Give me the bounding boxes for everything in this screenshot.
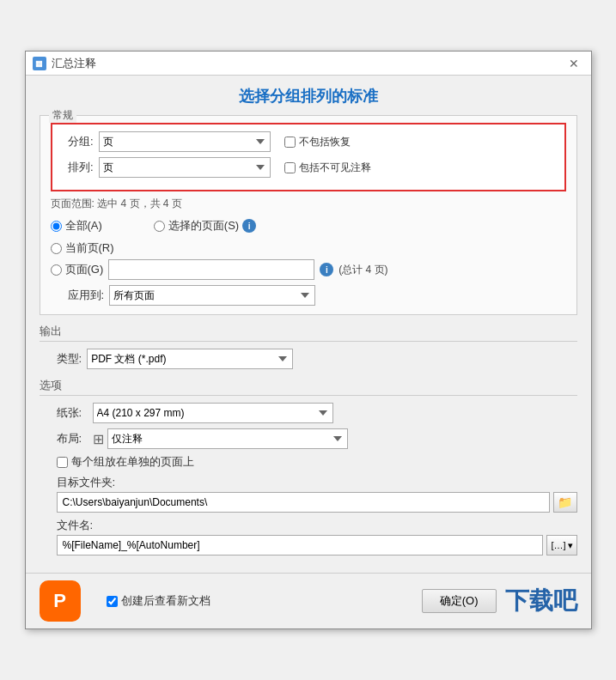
- no-recovery-text: 不包括恢复: [299, 135, 351, 149]
- filename-options-button[interactable]: […] ▾: [546, 535, 576, 556]
- filename-btn-arrow: ▾: [568, 540, 573, 551]
- page-range-label: 页面范围: 选中 4 页，共 4 页: [51, 197, 566, 211]
- sort-by-label: 排列:: [63, 160, 94, 175]
- each-group-text: 每个组放在单独的页面上: [71, 454, 194, 470]
- pages-radio-label[interactable]: 页面(G): [51, 262, 104, 277]
- layout-icon: ⊞: [93, 431, 104, 447]
- all-label: 全部(A): [65, 218, 102, 234]
- group-sort-box: 分组: 页 不包括恢复 排列: 页: [51, 123, 566, 191]
- close-button[interactable]: ✕: [564, 55, 584, 72]
- total-pages-text: (总计 4 页): [338, 263, 387, 277]
- titlebar: ▦ 汇总注释 ✕: [26, 52, 591, 76]
- current-page-radio[interactable]: [51, 243, 62, 254]
- ok-button[interactable]: 确定(O): [422, 589, 497, 613]
- include-hidden-checkbox-label[interactable]: 包括不可见注释: [284, 161, 371, 175]
- include-hidden-text: 包括不可见注释: [299, 161, 371, 175]
- apply-to-select[interactable]: 所有页面: [109, 285, 315, 306]
- type-label: 类型:: [57, 351, 82, 367]
- main-content: 选择分组排列的标准 常规 分组: 页 不包括恢复: [26, 76, 591, 573]
- create-doc-checkbox[interactable]: [107, 596, 118, 607]
- layout-select-wrapper: ⊞ 仅注释: [93, 428, 348, 449]
- pages-radio[interactable]: [51, 264, 62, 276]
- filename-label: 文件名:: [57, 518, 577, 533]
- filename-row: 文件名: […] ▾: [57, 518, 577, 556]
- no-recovery-checkbox-label[interactable]: 不包括恢复: [284, 135, 351, 149]
- paper-row: 纸张: A4 (210 x 297 mm): [57, 403, 577, 423]
- checkboxes-right2: 包括不可见注释: [284, 161, 371, 175]
- group-by-label: 分组:: [63, 134, 94, 149]
- group-by-select[interactable]: 页: [99, 131, 271, 152]
- options-label: 选项: [40, 378, 577, 396]
- output-label: 输出: [40, 324, 577, 342]
- folder-label: 目标文件夹:: [57, 475, 577, 490]
- type-row: 类型: PDF 文档 (*.pdf): [57, 349, 577, 369]
- filename-btn-icon: […]: [551, 540, 565, 550]
- paper-select[interactable]: A4 (210 x 297 mm): [93, 403, 333, 423]
- general-group: 常规 分组: 页 不包括恢复: [40, 115, 577, 315]
- each-group-checkbox[interactable]: [57, 457, 68, 468]
- folder-input[interactable]: [57, 492, 550, 513]
- bottom-left: P 创建后查看新文档: [40, 580, 210, 622]
- sort-by-row: 排列: 页 包括不可见注释: [63, 157, 554, 178]
- radio-group: 全部(A) 选择的页面(S) i 当前页(R): [51, 218, 566, 280]
- pages-input[interactable]: [108, 259, 314, 280]
- create-doc-checkbox-label[interactable]: 创建后查看新文档: [107, 593, 210, 609]
- general-label: 常规: [49, 108, 76, 123]
- create-doc-text: 创建后查看新文档: [121, 593, 210, 609]
- pages-info-icon[interactable]: i: [320, 263, 333, 276]
- folder-row: 目标文件夹: 📁: [57, 475, 577, 513]
- apply-to-label: 应用到:: [68, 288, 105, 303]
- all-radio-label[interactable]: 全部(A): [51, 218, 102, 234]
- selected-pages-label: 选择的页面(S): [168, 218, 239, 234]
- output-section: 输出 类型: PDF 文档 (*.pdf): [40, 324, 577, 369]
- app-logo: P: [40, 580, 81, 622]
- apply-to-row: 应用到: 所有页面: [68, 285, 566, 306]
- layout-label: 布局:: [57, 431, 88, 446]
- each-group-checkbox-row: 每个组放在单独的页面上: [57, 454, 577, 470]
- titlebar-left: ▦ 汇总注释: [33, 56, 96, 71]
- window-title: 汇总注释: [52, 56, 96, 71]
- bottom-bar: P 创建后查看新文档 确定(O) 下载吧: [26, 573, 591, 628]
- main-window: ▦ 汇总注释 ✕ 选择分组排列的标准 常规 分组: 页: [25, 51, 592, 629]
- pages-label: 页面(G): [65, 262, 104, 277]
- selected-pages-radio[interactable]: [154, 221, 165, 232]
- selected-pages-info-icon[interactable]: i: [242, 219, 256, 233]
- app-icon: ▦: [33, 57, 46, 70]
- current-page-label: 当前页(R): [65, 240, 114, 256]
- options-section: 选项 纸张: A4 (210 x 297 mm) 布局: ⊞ 仅注释: [40, 378, 577, 556]
- checkboxes-right: 不包括恢复: [284, 135, 351, 149]
- layout-select[interactable]: 仅注释: [107, 428, 348, 449]
- type-select[interactable]: PDF 文档 (*.pdf): [87, 349, 293, 369]
- current-page-radio-label[interactable]: 当前页(R): [51, 240, 566, 256]
- watermark: 下载吧: [505, 585, 577, 617]
- folder-browse-button[interactable]: 📁: [553, 492, 577, 513]
- folder-input-row: 📁: [57, 492, 577, 513]
- filename-input-row: […] ▾: [57, 535, 577, 556]
- no-recovery-checkbox[interactable]: [284, 137, 296, 148]
- selected-pages-radio-label[interactable]: 选择的页面(S) i: [154, 218, 256, 234]
- group-by-row: 分组: 页 不包括恢复: [63, 131, 554, 152]
- logo-text: P: [53, 590, 66, 612]
- paper-label: 纸张:: [57, 405, 88, 421]
- layout-row: 布局: ⊞ 仅注释: [57, 428, 577, 449]
- sort-by-select[interactable]: 页: [99, 157, 271, 178]
- include-hidden-checkbox[interactable]: [284, 162, 296, 173]
- highlight-title: 选择分组排列的标准: [40, 86, 577, 106]
- all-radio[interactable]: [51, 221, 62, 232]
- filename-input[interactable]: [57, 535, 544, 556]
